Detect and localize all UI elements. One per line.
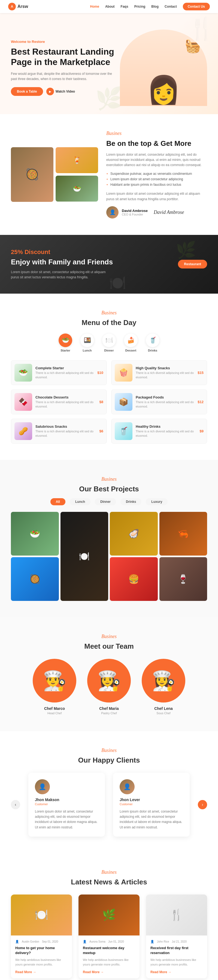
menu-item-img-5: 🥜 [14, 422, 32, 440]
menu-item-img-6: 🥤 [115, 422, 133, 440]
about-tag: Busines [106, 130, 207, 136]
about-list-item: Habitant ante ipsum primis in faucibus o… [106, 182, 207, 188]
testimonials-section: Busines Our Happy Clients ‹ 👤 Jhon Makso… [0, 731, 218, 853]
about-list-item: Suspendisse pulvinar, augue ac venenatis… [106, 171, 207, 177]
starter-icon: 🥗 [58, 334, 72, 347]
menu-item-info-3: Chocolate Desserts There is a rich diver… [35, 395, 96, 409]
testimonial-role-1: Customer [35, 802, 98, 806]
menu-section: Busines Menu of the Day 🥗 Starter 🍱 Lunc… [0, 294, 218, 460]
author-signature: David Ambrose [154, 210, 184, 215]
menu-item-price-1: $10 [97, 371, 103, 375]
testimonial-text-1: Lorem ipsum dolor sit amet, consectetur … [35, 809, 98, 830]
about-desc: Lorem ipsum dolor sit amet, consectetur … [106, 152, 207, 168]
menu-tab-lunch[interactable]: 🍱 Lunch [81, 334, 94, 352]
news-title: Latest News & Articles [11, 878, 207, 886]
nav-faqs[interactable]: Faqs [121, 5, 128, 8]
about-images: 🥘 🍹 🥗 [11, 147, 98, 202]
news-date-3: Jul 21, 2020 [172, 940, 186, 943]
project-item-7[interactable]: 🍷 [160, 557, 207, 601]
news-author-3: John Rice [157, 940, 169, 943]
testimonial-name-2: Jhon Lever [120, 797, 183, 802]
logo[interactable]: A Arsw [8, 3, 28, 10]
news-date-2: Jun 01, 2020 [108, 940, 124, 943]
project-item-5[interactable]: 🥘 [11, 557, 59, 601]
news-meta-1: 👤 Austin Gordon Sep 01, 2020 [15, 940, 68, 943]
read-more-1[interactable]: Read More → [15, 970, 36, 974]
menu-tab-dinner[interactable]: 🍽️ Dinner [102, 334, 116, 352]
team-role-1: Head Chef [47, 711, 62, 715]
hero-content: Welcome to Restore Best Restaurant Landi… [11, 40, 114, 96]
news-author-2: Aurora Soma [89, 940, 106, 943]
hero-section: 🍴 🌿 Welcome to Restore Best Restaurant L… [0, 13, 218, 114]
hero-image: 👩 🧺 [120, 30, 207, 106]
team-section: Busines Meet our Team 👨‍🍳 Chef Marco Hea… [0, 617, 218, 731]
menu-item-info-5: Salubrious Snacks There is a rich divers… [35, 425, 96, 438]
menu-tab-starter[interactable]: 🥗 Starter [58, 334, 72, 352]
project-tab-lunch[interactable]: Lunch [70, 498, 90, 505]
project-tabs: All Lunch Dinner Drinks Luxury [11, 498, 207, 505]
author-avatar: 👤 [106, 206, 118, 218]
read-more-3[interactable]: Read More → [150, 970, 171, 974]
menu-item: 📦 Packaged Foods There is a rich diversi… [111, 390, 207, 414]
watch-video-button[interactable]: ▶ Watch Video [46, 88, 75, 95]
news-card-1: 🍽️ 👤 Austin Gordon Sep 01, 2020 Home to … [11, 894, 72, 978]
team-tag: Busines [11, 634, 207, 640]
dessert-label: Dessert [125, 349, 136, 352]
promo-title: Enjoy with Family and Friends [11, 258, 113, 266]
about-title: Be on the top & Get More [106, 139, 207, 148]
menu-item: 🥜 Salubrious Snacks There is a rich dive… [11, 419, 107, 444]
project-item-4[interactable]: 🦐 [160, 512, 207, 555]
testimonial-prev-button[interactable]: ‹ [11, 800, 20, 809]
book-table-button[interactable]: Book a Table [11, 87, 43, 96]
team-role-3: Sous Chef [156, 711, 170, 715]
team-name-2: Chef Maria [99, 706, 119, 711]
testimonial-next-button[interactable]: › [198, 800, 207, 809]
project-item-3[interactable]: 🦪 [110, 512, 158, 555]
read-more-2[interactable]: Read More → [83, 970, 104, 974]
about-content: Busines Be on the top & Get More Lorem i… [106, 130, 207, 218]
about-img-1: 🥘 [11, 147, 54, 202]
project-tab-all[interactable]: All [51, 498, 65, 505]
project-tab-luxury[interactable]: Luxury [146, 498, 167, 505]
logo-icon: A [8, 3, 16, 10]
news-body-1: 👤 Austin Gordon Sep 01, 2020 Home to get… [11, 935, 72, 978]
dessert-icon: 🍰 [124, 334, 137, 347]
project-tab-dinner[interactable]: Dinner [95, 498, 116, 505]
nav-home[interactable]: Home [90, 5, 99, 8]
menu-item-price-3: $8 [100, 400, 103, 404]
restaurant-button[interactable]: Restaurant [178, 260, 207, 269]
nav-about[interactable]: About [105, 5, 115, 8]
testimonials-row: ‹ 👤 Jhon Makson Customer Lorem ipsum dol… [11, 773, 207, 837]
testimonial-role-2: Customer [120, 802, 183, 806]
menu-item-name-4: Packaged Foods [136, 395, 194, 399]
project-tab-drinks[interactable]: Drinks [120, 498, 141, 505]
nav-contact[interactable]: Contact [164, 5, 177, 8]
testimonial-name-1: Jhon Makson [35, 797, 98, 802]
nav-blog[interactable]: Blog [151, 5, 159, 8]
testimonials-title: Our Happy Clients [11, 756, 207, 765]
lunch-icon: 🍱 [81, 334, 94, 347]
menu-item-desc-6: There is a rich diversit adipiscing elit… [136, 430, 196, 438]
testimonial-avatar-1: 👤 [35, 779, 50, 794]
menu-item-price-5: $6 [100, 429, 103, 433]
menu-item-img-4: 📦 [115, 393, 133, 411]
project-item-6[interactable]: 🍔 [110, 557, 158, 601]
menu-item-desc-5: There is a rich diversit adipiscing elit… [35, 430, 96, 438]
testimonial-text-2: Lorem ipsum dolor sit amet, consectetur … [120, 809, 183, 830]
nav-pricing[interactable]: Pricing [134, 5, 145, 8]
news-body-3: 👤 John Rice Jul 21, 2020 Received first … [146, 935, 207, 978]
dinner-icon: 🍽️ [102, 334, 116, 347]
nav-cta-button[interactable]: Contact Us [183, 3, 210, 10]
menu-tab-dessert[interactable]: 🍰 Dessert [124, 334, 137, 352]
promo-section: 25% Discount Enjoy with Family and Frien… [0, 235, 218, 294]
project-item-1[interactable]: 🥗 [11, 512, 59, 555]
menu-item-desc-4: There is a rich diversit adipiscing elit… [136, 400, 194, 409]
team-name-1: Chef Marco [44, 706, 65, 711]
project-item-2[interactable]: 🍽️ [60, 512, 109, 601]
menu-item-name-6: Healthy Drinks [136, 425, 196, 428]
dinner-label: Dinner [104, 349, 114, 352]
testimonials-tag: Busines [11, 748, 207, 753]
menu-item-info-4: Packaged Foods There is a rich diversit … [136, 395, 194, 409]
menu-item-name-2: High Quality Snacks [136, 366, 194, 370]
menu-tab-drinks[interactable]: 🥤 Drinks [146, 334, 160, 352]
